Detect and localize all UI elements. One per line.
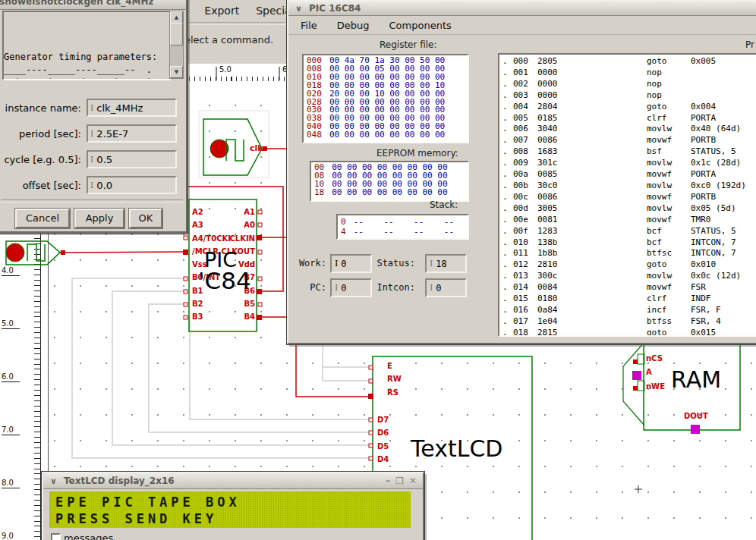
close-icon[interactable]: ✕ xyxy=(409,476,417,486)
breakpoint-dot[interactable]: . xyxy=(502,146,513,158)
breakpoint-dot[interactable]: . xyxy=(502,328,513,337)
pin-label: E xyxy=(387,359,410,372)
pic-menu-item[interactable]: Debug xyxy=(337,20,370,31)
cancel-button[interactable]: Cancel xyxy=(15,209,70,228)
listing-row[interactable]: . 008 1683 bsf STATUS, 5 xyxy=(502,146,756,158)
listing-address: 00d xyxy=(513,203,537,215)
preview-scrollbar[interactable]: ▲ ▼ xyxy=(169,11,184,79)
listing-row[interactable]: . 00e 0081 movwf TMR0 xyxy=(502,215,756,226)
breakpoint-dot[interactable]: . xyxy=(502,259,513,271)
generator-fields: instance name: Iclk_4MHz period [sec]: I… xyxy=(0,98,186,201)
breakpoint-dot[interactable]: . xyxy=(502,113,513,124)
breakpoint-dot[interactable]: . xyxy=(502,90,513,102)
v-ruler-label: 5.0 xyxy=(2,319,20,329)
scroll-down-button[interactable]: ▼ xyxy=(170,66,183,78)
breakpoint-dot[interactable]: . xyxy=(502,79,513,90)
messages-checkbox[interactable] xyxy=(51,533,61,540)
breakpoint-dot[interactable]: . xyxy=(502,203,513,215)
breakpoint-dot[interactable]: . xyxy=(502,135,513,146)
ram-component-name: RAM xyxy=(671,369,721,391)
listing-row[interactable]: . 010 138b bcf INTCON, 7 xyxy=(502,237,756,249)
listing-opcode: 1b8b xyxy=(537,248,647,259)
listing-row[interactable]: . 015 0180 clrf INDF xyxy=(502,294,756,305)
timing-preview-text[interactable]: Generator timing parameters:____----____… xyxy=(2,11,171,80)
breakpoint-dot[interactable]: . xyxy=(502,282,513,294)
listing-row[interactable]: . 00c 0086 movwf PORTB xyxy=(502,192,756,203)
breakpoint-dot[interactable]: . xyxy=(502,192,513,203)
stack-view[interactable]: 0 -- -- -- -- 4 -- -- -- -- xyxy=(336,214,469,240)
breakpoint-dot[interactable]: . xyxy=(502,237,513,249)
breakpoint-dot[interactable]: . xyxy=(502,68,513,79)
window-menu-chevron-icon[interactable]: ∨ xyxy=(295,4,302,14)
eeprom-view[interactable]: 00 00 00 00 00 00 00 00 00 08 00 00 00 0… xyxy=(310,161,469,202)
listing-row[interactable]: . 00f 1283 bcf STATUS, 5 xyxy=(502,226,756,237)
listing-row[interactable]: . 00b 30c0 movlw 0xc0 (192d) xyxy=(502,181,756,192)
listing-row[interactable]: . 018 2815 goto 0x015 xyxy=(502,328,756,337)
generator-dialog-titlebar[interactable]: showelshotclockgen clk_4MHz xyxy=(0,0,186,10)
breakpoint-dot[interactable]: . xyxy=(502,215,513,226)
text-cursor-icon: I xyxy=(335,259,338,268)
pic-window-titlebar[interactable]: ∨ PIC 16C84 xyxy=(288,2,756,16)
field-input[interactable]: I0.5 xyxy=(87,150,177,168)
listing-row[interactable]: . 011 1b8b btfsc INTCON, 7 xyxy=(502,248,756,259)
listing-mnemonic: movlw xyxy=(647,203,691,215)
listing-row[interactable]: . 00a 0085 movwf PORTA xyxy=(502,169,756,181)
register-file-view[interactable]: 000 00 4a 70 1a 30 00 50 00 008 00 00 00… xyxy=(302,54,469,143)
breakpoint-dot[interactable]: . xyxy=(502,248,513,259)
work-register-label: Work: xyxy=(288,258,326,268)
pin-label: A0 xyxy=(211,218,255,231)
breakpoint-dot[interactable]: . xyxy=(502,294,513,305)
listing-mnemonic: movlw xyxy=(647,124,691,135)
listing-mnemonic: clrf xyxy=(647,294,691,305)
work-register-input[interactable]: I0 xyxy=(330,254,372,273)
listing-operand: PORTB xyxy=(691,192,756,203)
listing-row[interactable]: . 012 2810 goto 0x010 xyxy=(502,259,756,271)
lcd-window-titlebar[interactable]: ∨ TextLCD display_2x16 – ❒ ✕ xyxy=(43,473,423,489)
breakpoint-dot[interactable]: . xyxy=(502,102,513,113)
pic-menu-item[interactable]: File xyxy=(301,20,317,31)
breakpoint-dot[interactable]: . xyxy=(502,316,513,328)
listing-row[interactable]: . 001 0000 nop xyxy=(502,68,756,79)
main-menu-item[interactable]: Export xyxy=(204,5,239,17)
listing-row[interactable]: . 016 0a84 incf FSR, F xyxy=(502,305,756,316)
listing-operand: 0x015 xyxy=(691,328,756,337)
textlcd-display-window: ∨ TextLCD display_2x16 – ❒ ✕ EPE PIC TAP… xyxy=(42,472,424,540)
minimize-icon[interactable]: – xyxy=(386,476,390,486)
breakpoint-dot[interactable]: . xyxy=(502,169,513,181)
breakpoint-dot[interactable]: . xyxy=(502,305,513,316)
breakpoint-dot[interactable]: . xyxy=(502,56,513,68)
pin-label: nCS xyxy=(646,352,669,366)
hex-address: 4 xyxy=(341,227,346,237)
intcon-register-input[interactable]: I0 xyxy=(425,278,467,297)
breakpoint-dot[interactable]: . xyxy=(502,158,513,169)
listing-row[interactable]: . 00d 3005 movlw 0x05 (5d) xyxy=(502,203,756,215)
listing-row[interactable]: . 007 0086 movwf PORTB xyxy=(502,135,756,146)
field-input[interactable]: Iclk_4MHz xyxy=(87,99,177,117)
listing-row[interactable]: . 009 301c movlw 0x1c (28d) xyxy=(502,158,756,169)
listing-row[interactable]: . 000 2805 goto 0x005 xyxy=(502,56,756,68)
field-input[interactable]: I0.0 xyxy=(87,176,177,194)
breakpoint-dot[interactable]: . xyxy=(502,226,513,237)
breakpoint-dot[interactable]: . xyxy=(502,181,513,192)
listing-row[interactable]: . 005 0185 clrf PORTA xyxy=(502,113,756,124)
breakpoint-dot[interactable]: . xyxy=(502,124,513,135)
listing-row[interactable]: . 002 0000 nop xyxy=(502,79,756,90)
maximize-icon[interactable]: ❒ xyxy=(395,476,404,486)
listing-row[interactable]: . 003 0000 nop xyxy=(502,90,756,102)
apply-button[interactable]: Apply xyxy=(74,209,124,228)
pic-menu-item[interactable]: Components xyxy=(389,20,452,31)
window-menu-chevron-icon[interactable]: ∨ xyxy=(50,476,57,486)
scrollbar-thumb[interactable] xyxy=(170,23,183,46)
status-register-input[interactable]: I18 xyxy=(425,254,467,273)
ok-button[interactable]: OK xyxy=(129,209,162,228)
program-disassembly-listing[interactable]: . 000 2805 goto 0x005 . 001 0000 nop . xyxy=(498,53,756,337)
listing-row[interactable]: . 017 1e04 btfss FSR, 4 xyxy=(502,316,756,328)
breakpoint-dot[interactable]: . xyxy=(502,271,513,282)
listing-row[interactable]: . 014 0084 movwf FSR xyxy=(502,282,756,294)
field-input[interactable]: I2.5E-7 xyxy=(87,124,177,143)
scroll-up-button[interactable]: ▲ xyxy=(170,11,183,24)
listing-row[interactable]: . 004 2804 goto 0x004 xyxy=(502,102,756,113)
listing-row[interactable]: . 006 3040 movlw 0x40 (64d) xyxy=(502,124,756,135)
pc-register-input[interactable]: I0 xyxy=(330,278,372,297)
listing-row[interactable]: . 013 300c movlw 0x0c (12d) xyxy=(502,271,756,282)
